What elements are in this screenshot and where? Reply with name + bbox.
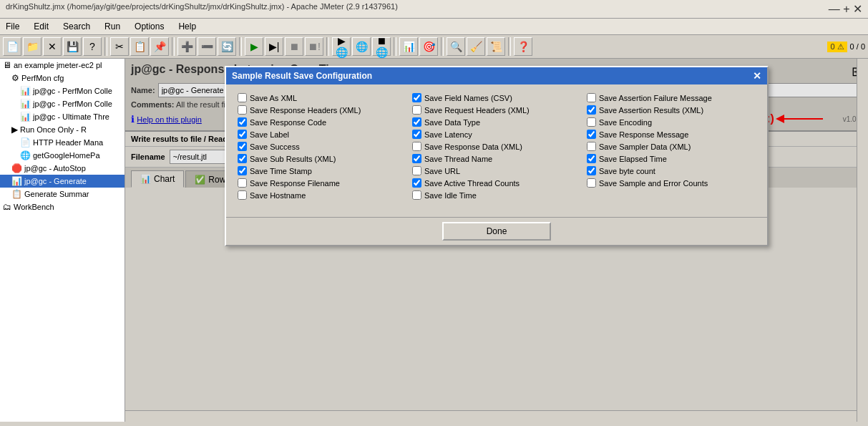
fx-button[interactable]: 🎯 xyxy=(419,37,438,56)
paste-button[interactable]: 📌 xyxy=(150,37,169,56)
checkbox-0[interactable] xyxy=(238,93,247,102)
new-button[interactable]: 📄 xyxy=(3,37,21,56)
sidebar-item-11[interactable]: 🗂 WorkBench xyxy=(0,200,125,213)
save-button[interactable]: 💾 xyxy=(63,37,82,56)
title-text: drKingShultz.jmx (/home/jay/git/gee/proj… xyxy=(6,2,398,11)
sidebar-icon-9: 📊 xyxy=(11,176,22,186)
log-button[interactable]: 📜 xyxy=(487,37,505,56)
sidebar-item-10[interactable]: 📋 Generate Summar xyxy=(0,188,125,200)
stop-now-button[interactable]: ⏹! xyxy=(305,37,323,56)
checkbox-10[interactable] xyxy=(412,130,421,139)
checkbox-label-1: Save Field Names (CSV) xyxy=(424,94,512,102)
scrollbar-horizontal[interactable] xyxy=(125,410,857,422)
checkbox-1[interactable] xyxy=(412,93,421,102)
sidebar-item-5[interactable]: ▶ Run Once Only - R xyxy=(0,123,125,136)
open-button[interactable]: 📁 xyxy=(23,37,42,56)
checkbox-13[interactable] xyxy=(412,142,421,151)
sidebar-icon-10: 📋 xyxy=(11,189,22,199)
sidebar-icon-2: 📊 xyxy=(20,86,31,96)
remote-play-button[interactable]: ▶🌐 xyxy=(332,37,351,56)
help2-button[interactable]: ❓ xyxy=(514,37,532,56)
stop-button[interactable]: ⏹ xyxy=(285,37,303,56)
checkbox-label-12: Save Success xyxy=(250,142,300,151)
checkbox-12[interactable] xyxy=(238,142,247,151)
toolbar-sep-6 xyxy=(441,37,444,56)
copy-button[interactable]: 📋 xyxy=(130,37,149,56)
checkbox-19[interactable] xyxy=(412,166,421,175)
checkbox-label-15: Save Sub Results (XML) xyxy=(250,155,336,163)
sidebar-icon-11: 🗂 xyxy=(3,202,11,212)
toolbar-sep-3 xyxy=(239,37,242,56)
checkbox-21[interactable] xyxy=(238,178,247,188)
checkbox-label-18: Save Time Stamp xyxy=(250,167,312,175)
remove-button[interactable]: ➖ xyxy=(198,37,216,56)
play-button[interactable]: ▶ xyxy=(245,37,263,56)
sidebar-item-7[interactable]: 🌐 getGoogleHomePa xyxy=(0,149,125,162)
sidebar-item-4[interactable]: 📊 jp@gc - Ultimate Thre xyxy=(0,110,125,123)
checkbox-item-2: Save Assertion Failure Message xyxy=(587,93,756,102)
checkbox-24[interactable] xyxy=(238,190,247,200)
checkbox-25[interactable] xyxy=(412,190,421,200)
checkbox-label-14: Save Sampler Data (XML) xyxy=(599,142,691,151)
clear-all-button[interactable]: 🧹 xyxy=(467,37,485,56)
add-button[interactable]: ➕ xyxy=(177,37,196,56)
sidebar-icon-6: 📄 xyxy=(20,137,31,147)
sidebar-item-1[interactable]: ⚙ PerfMon cfg xyxy=(0,72,125,84)
cut-button[interactable]: ✂ xyxy=(110,37,129,56)
remote-play-all-button[interactable]: 🌐 xyxy=(352,37,371,56)
checkbox-16[interactable] xyxy=(412,154,421,163)
sidebar-icon-5: ▶ xyxy=(11,125,18,135)
checkbox-label-6: Save Response Code xyxy=(250,118,326,127)
checkbox-8[interactable] xyxy=(587,117,596,127)
sidebar-item-3[interactable]: 📊 jp@gc - PerfMon Colle xyxy=(0,97,125,110)
checkbox-item-16: Save Thread Name xyxy=(412,154,581,163)
menu-edit[interactable]: Edit xyxy=(31,20,52,33)
checkbox-20[interactable] xyxy=(587,166,596,175)
checkbox-item-14: Save Sampler Data (XML) xyxy=(587,142,756,151)
dialog-close-button[interactable]: ✕ xyxy=(753,70,761,82)
template-button[interactable]: 📊 xyxy=(399,37,418,56)
checkbox-item-4: Save Request Headers (XML) xyxy=(412,105,581,115)
checkbox-label-20: Save byte count xyxy=(599,167,655,175)
sidebar-item-2[interactable]: 📊 jp@gc - PerfMon Colle xyxy=(0,84,125,97)
checkbox-15[interactable] xyxy=(238,154,247,163)
checkbox-11[interactable] xyxy=(587,130,596,139)
refresh-button[interactable]: 🔄 xyxy=(218,37,236,56)
checkbox-3[interactable] xyxy=(238,105,247,115)
clear-button[interactable]: 🔍 xyxy=(447,37,465,56)
menu-file[interactable]: File xyxy=(3,20,22,33)
menu-run[interactable]: Run xyxy=(102,20,123,33)
checkbox-22[interactable] xyxy=(412,178,421,188)
checkbox-6[interactable] xyxy=(238,117,247,127)
play-no-pause-button[interactable]: ▶| xyxy=(265,37,283,56)
sidebar-icon-3: 📊 xyxy=(20,99,31,109)
checkbox-23[interactable] xyxy=(587,178,596,188)
checkbox-2[interactable] xyxy=(587,93,596,102)
scrollbar-vertical[interactable] xyxy=(857,59,868,422)
checkbox-item-6: Save Response Code xyxy=(238,117,406,127)
sidebar-item-8[interactable]: 🛑 jp@gc - AutoStop xyxy=(0,162,125,175)
checkbox-14[interactable] xyxy=(587,142,596,151)
checkbox-9[interactable] xyxy=(238,130,247,139)
help-button[interactable]: ? xyxy=(83,37,102,56)
menu-search[interactable]: Search xyxy=(60,20,93,33)
checkbox-item-0: Save As XML xyxy=(238,93,406,102)
checkbox-7[interactable] xyxy=(412,117,421,127)
checkbox-4[interactable] xyxy=(412,105,421,115)
menu-options[interactable]: Options xyxy=(132,20,167,33)
checkbox-item-10: Save Latency xyxy=(412,130,581,139)
checkbox-item-12: Save Success xyxy=(238,142,406,151)
checkbox-17[interactable] xyxy=(587,154,596,163)
checkbox-item-15: Save Sub Results (XML) xyxy=(238,154,406,163)
remote-stop-button[interactable]: ⏹🌐 xyxy=(372,37,391,56)
done-button[interactable]: Done xyxy=(442,222,552,241)
checkbox-item-5: Save Assertion Results (XML) xyxy=(587,105,756,115)
sidebar-item-9[interactable]: 📊 jp@gc - Generate xyxy=(0,175,125,188)
checkbox-label-11: Save Response Message xyxy=(599,130,688,139)
menu-help[interactable]: Help xyxy=(175,20,199,33)
close-button[interactable]: ✕ xyxy=(43,37,62,56)
sidebar-item-6[interactable]: 📄 HTTP Header Mana xyxy=(0,136,125,149)
checkbox-5[interactable] xyxy=(587,105,596,115)
sidebar-item-0[interactable]: 🖥 an example jmeter-ec2 pl xyxy=(0,59,125,72)
checkbox-18[interactable] xyxy=(238,166,247,175)
